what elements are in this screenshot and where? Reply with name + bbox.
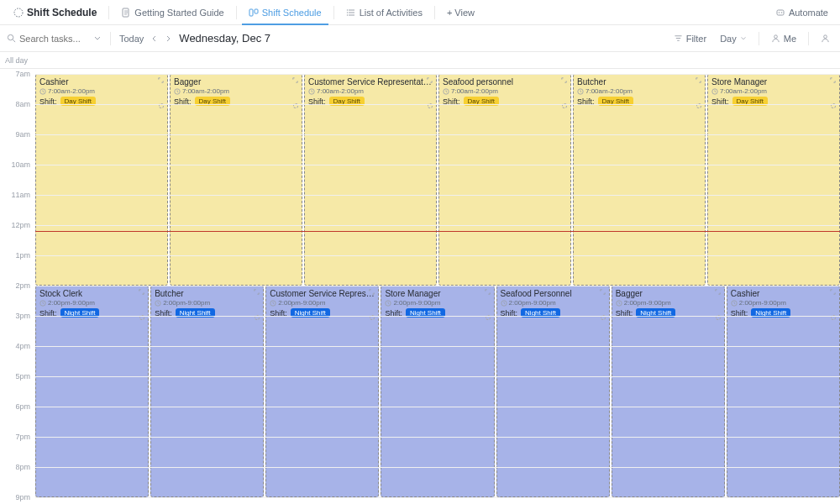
divider <box>333 6 334 19</box>
event-time: 2:00pm-9:00pm <box>39 299 144 307</box>
hour-line <box>35 165 840 165</box>
filter-button[interactable]: Filter <box>670 32 710 45</box>
expand-icon[interactable] <box>157 76 165 85</box>
event-title: Cashier <box>39 77 164 87</box>
tab-label: Shift Schedule <box>262 8 322 18</box>
svg-point-5 <box>346 12 347 13</box>
search-input[interactable] <box>19 34 87 44</box>
night-shift-row: Stock Clerk2:00pm-9:00pmShift:Night Shif… <box>35 286 840 497</box>
event-time: 7:00am-2:00pm <box>308 87 433 95</box>
hour-line <box>35 74 840 75</box>
hour-line <box>35 225 840 226</box>
event-card[interactable]: Seafood Personnel2:00pm-9:00pmShift:Nigh… <box>496 286 610 497</box>
hour-label: 8pm <box>15 463 30 471</box>
event-card[interactable]: Cashier7:00am-2:00pmShift:Day Shift <box>35 74 168 286</box>
me-label: Me <box>784 34 796 44</box>
prev-arrow-icon[interactable] <box>150 34 159 43</box>
expand-icon[interactable] <box>484 288 492 297</box>
event-card[interactable]: Stock Clerk2:00pm-9:00pmShift:Night Shif… <box>35 286 149 497</box>
board-icon <box>249 8 259 18</box>
event-card[interactable]: Butcher7:00am-2:00pmShift:Day Shift <box>573 74 706 286</box>
expand-icon[interactable] <box>253 288 261 297</box>
automate-button[interactable]: Automate <box>770 4 833 21</box>
divider <box>236 6 237 19</box>
expand-icon[interactable] <box>829 76 837 85</box>
svg-rect-3 <box>255 9 258 13</box>
hour-label: 10am <box>11 160 30 169</box>
page-title-tab: Shift Schedule <box>7 3 103 22</box>
event-title: Butcher <box>155 289 260 298</box>
hour-line <box>35 104 840 105</box>
event-title: Stock Clerk <box>39 289 144 298</box>
day-view-button[interactable]: Day <box>717 32 750 45</box>
next-arrow-icon[interactable] <box>164 34 172 43</box>
event-card[interactable]: Customer Service Representative2:00pm-9:… <box>265 286 379 497</box>
hour-line <box>35 467 840 468</box>
event-title: Cashier <box>731 289 836 298</box>
expand-icon[interactable] <box>138 288 146 297</box>
svg-point-12 <box>824 35 827 39</box>
event-time: 2:00pm-9:00pm <box>385 299 490 307</box>
expand-icon[interactable] <box>368 288 376 297</box>
hour-label: 6pm <box>15 402 30 411</box>
expand-icon[interactable] <box>829 288 837 297</box>
calendar-grid: 7am8am9am10am11am12pm1pm2pm3pm4pm5pm6pm7… <box>0 69 840 504</box>
expand-icon[interactable] <box>560 76 569 85</box>
me-filter-button[interactable]: Me <box>768 32 800 45</box>
allday-label: All day <box>5 56 28 65</box>
search-icon <box>7 34 16 43</box>
expand-icon[interactable] <box>599 288 607 297</box>
event-card[interactable]: Seafood personnel7:00am-2:00pmShift:Day … <box>438 74 571 286</box>
event-title: Customer Service Representative <box>270 289 375 298</box>
event-card[interactable]: Store Manager7:00am-2:00pmShift:Day Shif… <box>707 74 840 286</box>
hour-label: 2pm <box>15 281 30 290</box>
event-title: Seafood Personnel <box>501 289 606 298</box>
search-input-wrap[interactable] <box>7 34 87 44</box>
chevron-down-icon[interactable] <box>93 34 102 43</box>
divider <box>808 32 809 45</box>
event-card[interactable]: Customer Service Representative7:00am-2:… <box>304 74 437 286</box>
add-view-button[interactable]: + View <box>440 4 481 21</box>
event-title: Bagger <box>174 77 298 87</box>
event-card[interactable]: Butcher2:00pm-9:00pmShift:Night Shift <box>150 286 264 497</box>
expand-icon[interactable] <box>695 76 703 85</box>
event-time: 7:00am-2:00pm <box>174 87 298 95</box>
hour-line <box>35 407 840 407</box>
expand-icon[interactable] <box>714 288 722 297</box>
tab-list-activities[interactable]: List of Activities <box>339 4 429 21</box>
toolbar: Today Wednesday, Dec 7 Filter Day Me <box>0 25 840 52</box>
expand-icon[interactable] <box>426 76 434 85</box>
day-label: Day <box>720 34 737 44</box>
svg-point-8 <box>779 12 780 13</box>
event-time: 2:00pm-9:00pm <box>270 299 375 307</box>
settings-icon <box>13 8 24 18</box>
hour-label: 9pm <box>15 493 30 501</box>
assignee-icon-button[interactable] <box>817 32 833 45</box>
divider <box>759 32 759 45</box>
event-time: 2:00pm-9:00pm <box>155 299 260 307</box>
hour-label: 11am <box>11 191 30 199</box>
svg-rect-2 <box>249 9 253 16</box>
event-card[interactable]: Bagger2:00pm-9:00pmShift:Night Shift <box>612 286 725 497</box>
hour-label: 12pm <box>11 221 30 229</box>
tab-getting-started[interactable]: Getting Started Guide <box>114 4 230 21</box>
filter-label: Filter <box>686 34 706 44</box>
event-card[interactable]: Cashier2:00pm-9:00pmShift:Night Shift <box>727 286 840 497</box>
hour-line <box>35 376 840 377</box>
date-nav <box>150 34 172 43</box>
grid-area[interactable]: Cashier7:00am-2:00pmShift:Day ShiftBagge… <box>35 69 840 504</box>
day-shift-row: Cashier7:00am-2:00pmShift:Day ShiftBagge… <box>35 74 840 286</box>
event-card[interactable]: Bagger7:00am-2:00pmShift:Day Shift <box>170 74 302 286</box>
svg-point-6 <box>346 14 347 15</box>
page-title: Shift Schedule <box>27 7 97 18</box>
event-time: 7:00am-2:00pm <box>711 87 836 95</box>
hour-label: 5pm <box>15 372 30 381</box>
current-date: Wednesday, Dec 7 <box>179 32 270 45</box>
tab-shift-schedule[interactable]: Shift Schedule <box>242 4 328 21</box>
svg-point-4 <box>346 9 347 10</box>
event-card[interactable]: Store Manager2:00pm-9:00pmShift:Night Sh… <box>381 286 494 497</box>
hour-line <box>35 316 840 317</box>
expand-icon[interactable] <box>291 76 300 85</box>
tab-label: List of Activities <box>360 8 423 18</box>
today-button[interactable]: Today <box>119 34 144 44</box>
